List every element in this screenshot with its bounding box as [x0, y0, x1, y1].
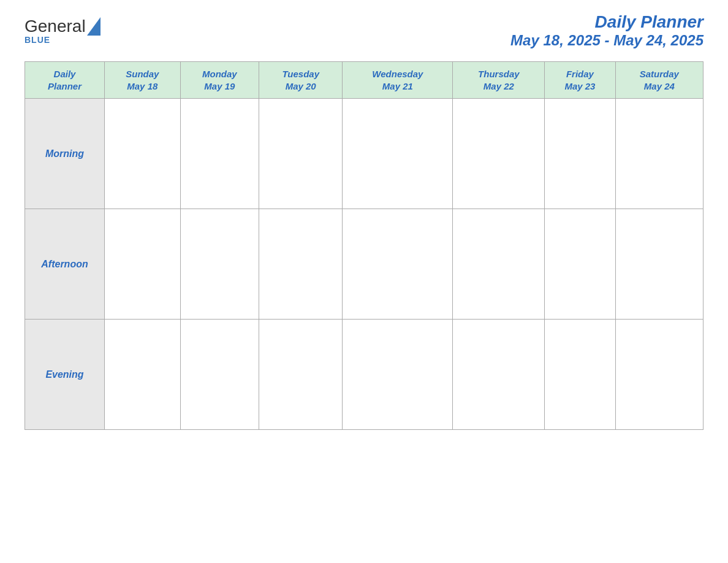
- svg-marker-0: [87, 17, 100, 36]
- page-title: Daily Planner: [510, 12, 703, 32]
- afternoon-monday[interactable]: [180, 209, 259, 320]
- page-header: General Blue Daily Planner May 18, 2025 …: [25, 12, 703, 49]
- logo-text-blue: Blue: [25, 36, 100, 44]
- afternoon-thursday[interactable]: [453, 209, 545, 320]
- morning-sunday[interactable]: [105, 99, 181, 209]
- afternoon-friday[interactable]: [545, 209, 616, 320]
- header-tuesday: Tuesday May 20: [259, 62, 343, 99]
- evening-monday[interactable]: [180, 320, 259, 430]
- afternoon-wednesday[interactable]: [343, 209, 453, 320]
- morning-saturday[interactable]: [615, 99, 703, 209]
- header-wednesday: Wednesday May 21: [343, 62, 453, 99]
- header-friday: Friday May 23: [545, 62, 616, 99]
- evening-friday[interactable]: [545, 320, 616, 430]
- evening-sunday[interactable]: [105, 320, 181, 430]
- afternoon-row: Afternoon: [25, 209, 703, 320]
- morning-tuesday[interactable]: [259, 99, 343, 209]
- afternoon-label: Afternoon: [25, 209, 105, 320]
- header-sunday: Sunday May 18: [105, 62, 181, 99]
- header-thursday: Thursday May 22: [453, 62, 545, 99]
- logo: General Blue: [25, 17, 100, 44]
- evening-thursday[interactable]: [453, 320, 545, 430]
- evening-label: Evening: [25, 320, 105, 430]
- afternoon-tuesday[interactable]: [259, 209, 343, 320]
- logo-text-general: General: [25, 18, 86, 35]
- header-monday: Monday May 19: [180, 62, 259, 99]
- planner-table: Daily Planner Sunday May 18 Monday May 1…: [25, 61, 703, 430]
- title-block: Daily Planner May 18, 2025 - May 24, 202…: [510, 12, 703, 49]
- header-label-col: Daily Planner: [25, 62, 105, 99]
- evening-row: Evening: [25, 320, 703, 430]
- afternoon-saturday[interactable]: [615, 209, 703, 320]
- morning-thursday[interactable]: [453, 99, 545, 209]
- logo-icon: [87, 17, 100, 36]
- evening-tuesday[interactable]: [259, 320, 343, 430]
- date-range: May 18, 2025 - May 24, 2025: [510, 32, 703, 49]
- morning-row: Morning: [25, 99, 703, 209]
- evening-saturday[interactable]: [615, 320, 703, 430]
- morning-monday[interactable]: [180, 99, 259, 209]
- morning-friday[interactable]: [545, 99, 616, 209]
- afternoon-sunday[interactable]: [105, 209, 181, 320]
- evening-wednesday[interactable]: [343, 320, 453, 430]
- table-header-row: Daily Planner Sunday May 18 Monday May 1…: [25, 62, 703, 99]
- morning-label: Morning: [25, 99, 105, 209]
- header-saturday: Saturday May 24: [615, 62, 703, 99]
- morning-wednesday[interactable]: [343, 99, 453, 209]
